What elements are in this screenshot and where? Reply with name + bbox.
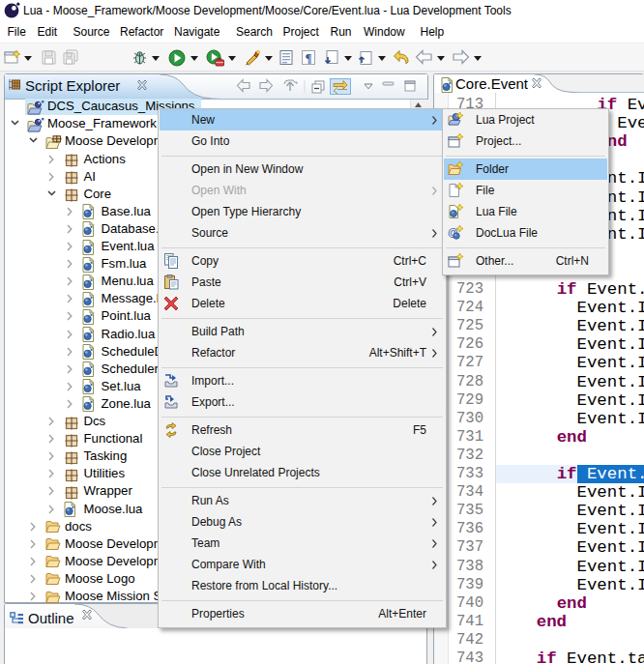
svg-text:¶: ¶ (305, 50, 311, 65)
